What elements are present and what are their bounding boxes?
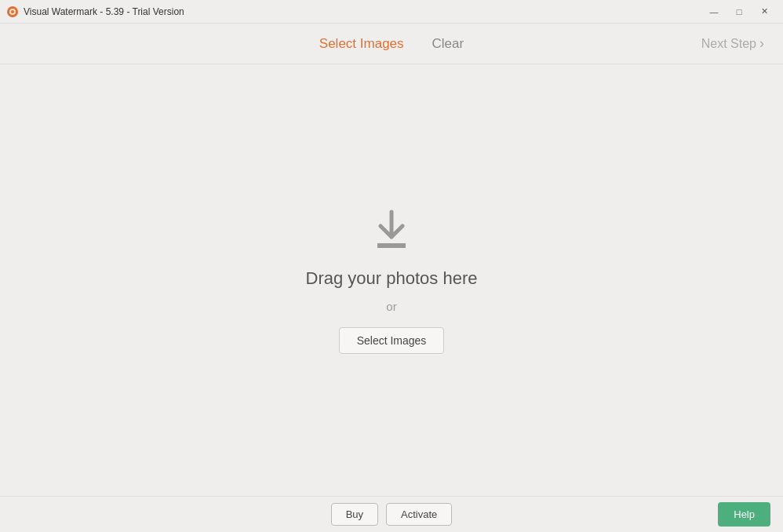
toolbar-center: Select Images Clear — [313, 33, 470, 55]
toolbar-select-images-button[interactable]: Select Images — [313, 33, 410, 55]
minimize-button[interactable]: — — [701, 2, 727, 21]
title-bar: Visual Watermark - 5.39 - Trial Version … — [0, 0, 783, 24]
toolbar-clear-button[interactable]: Clear — [426, 33, 471, 55]
buy-button[interactable]: Buy — [331, 503, 378, 526]
title-text: Visual Watermark - 5.39 - Trial Version — [24, 6, 184, 17]
app-icon — [6, 5, 19, 18]
main-content: Drag your photos here or Select Images — [0, 64, 783, 496]
or-text: or — [386, 300, 396, 313]
toolbar: Select Images Clear Next Step › — [0, 24, 783, 64]
help-button[interactable]: Help — [718, 502, 770, 527]
activate-button[interactable]: Activate — [386, 503, 452, 526]
drop-arrow-icon — [368, 207, 415, 254]
select-images-button[interactable]: Select Images — [339, 327, 445, 354]
toolbar-right: Next Step › — [695, 32, 770, 55]
download-arrow-svg — [370, 209, 413, 253]
bottom-center-buttons: Buy Activate — [331, 503, 453, 526]
next-step-label: Next Step — [701, 37, 756, 51]
svg-point-2 — [11, 10, 14, 13]
window-controls: — □ ✕ — [701, 2, 777, 21]
bottom-bar: Buy Activate Help — [0, 496, 783, 532]
maximize-button[interactable]: □ — [727, 2, 752, 21]
next-step-button[interactable]: Next Step › — [695, 32, 770, 55]
title-bar-left: Visual Watermark - 5.39 - Trial Version — [6, 5, 184, 18]
close-button[interactable]: ✕ — [752, 2, 777, 21]
drag-photos-text: Drag your photos here — [306, 268, 478, 289]
chevron-right-icon: › — [759, 35, 764, 52]
